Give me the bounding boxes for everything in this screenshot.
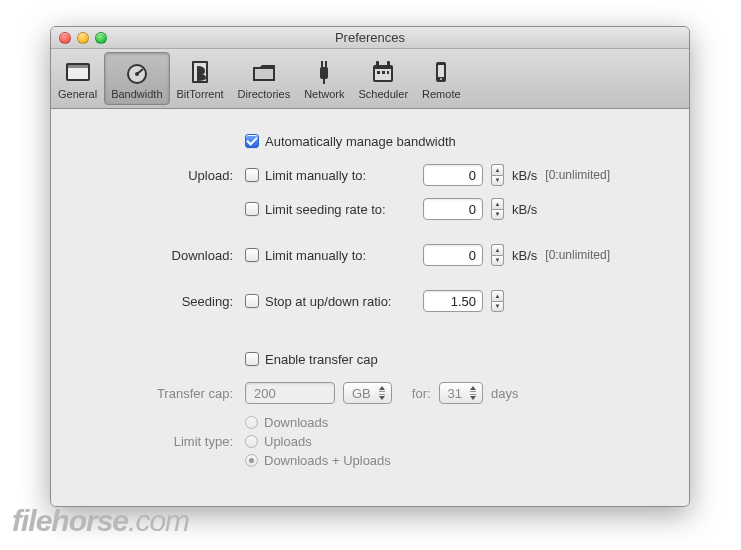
- watermark: filehorse.com: [12, 504, 189, 538]
- cap-days-select[interactable]: 31: [439, 382, 483, 404]
- calendar-icon: [369, 59, 397, 84]
- tab-bandwidth[interactable]: Bandwidth: [104, 52, 169, 105]
- cap-unit-select[interactable]: GB: [343, 382, 392, 404]
- tab-directories[interactable]: Directories: [231, 52, 298, 105]
- svg-rect-11: [321, 61, 323, 68]
- cap-for-label: for:: [412, 386, 431, 401]
- enable-cap-checkbox[interactable]: Enable transfer cap: [245, 352, 378, 367]
- seeding-ratio-input[interactable]: [423, 290, 483, 312]
- svg-rect-15: [375, 69, 391, 80]
- cap-section-label: Transfer cap:: [75, 386, 245, 401]
- upload-seed-input[interactable]: [423, 198, 483, 220]
- upload-section-label: Upload:: [75, 168, 245, 183]
- titlebar: Preferences: [51, 27, 689, 49]
- upload-seed-checkbox[interactable]: Limit seeding rate to:: [245, 202, 415, 217]
- tab-remote[interactable]: Remote: [415, 52, 468, 105]
- seeding-stop-checkbox[interactable]: Stop at up/down ratio:: [245, 294, 415, 309]
- general-icon: [64, 59, 92, 84]
- gauge-icon: [123, 59, 151, 84]
- upload-limit-stepper[interactable]: ▲▼: [491, 164, 504, 186]
- window-title: Preferences: [51, 30, 689, 45]
- unlimited-hint: [0:unlimited]: [545, 168, 610, 182]
- download-limit-checkbox[interactable]: Limit manually to:: [245, 248, 415, 263]
- upload-limit-checkbox[interactable]: Limit manually to:: [245, 168, 415, 183]
- tab-network[interactable]: Network: [297, 52, 351, 105]
- unit-label: kB/s: [512, 168, 537, 183]
- download-limit-stepper[interactable]: ▲▼: [491, 244, 504, 266]
- svg-rect-16: [376, 61, 379, 67]
- download-section-label: Download:: [75, 248, 245, 263]
- preferences-toolbar: General Bandwidth BitTorrent Directories…: [51, 49, 689, 109]
- seeding-section-label: Seeding:: [75, 294, 245, 309]
- upload-seed-stepper[interactable]: ▲▼: [491, 198, 504, 220]
- unit-label: kB/s: [512, 202, 537, 217]
- svg-rect-13: [323, 79, 325, 84]
- cap-days-label: days: [491, 386, 518, 401]
- bandwidth-pane: Automatically manage bandwidth Upload: L…: [51, 109, 689, 506]
- folder-icon: [250, 59, 278, 84]
- svg-point-6: [135, 72, 139, 76]
- upload-limit-input[interactable]: [423, 164, 483, 186]
- plug-icon: [310, 59, 338, 84]
- unlimited-hint: [0:unlimited]: [545, 248, 610, 262]
- bittorrent-icon: [186, 59, 214, 84]
- phone-icon: [427, 59, 455, 84]
- unit-label: kB/s: [512, 248, 537, 263]
- auto-manage-checkbox[interactable]: Automatically manage bandwidth: [245, 134, 456, 149]
- svg-rect-2: [68, 65, 88, 68]
- svg-rect-9: [255, 69, 273, 79]
- limit-type-uploads-radio[interactable]: Uploads: [245, 434, 312, 449]
- cap-value-input[interactable]: [245, 382, 335, 404]
- window-minimize-button[interactable]: [77, 32, 89, 44]
- download-limit-input[interactable]: [423, 244, 483, 266]
- svg-rect-17: [387, 61, 390, 67]
- limit-type-label: Limit type:: [75, 434, 245, 449]
- window-close-button[interactable]: [59, 32, 71, 44]
- svg-rect-19: [382, 71, 385, 74]
- svg-rect-22: [438, 65, 444, 77]
- window-zoom-button[interactable]: [95, 32, 107, 44]
- svg-rect-12: [325, 61, 327, 68]
- seeding-ratio-stepper[interactable]: ▲▼: [491, 290, 504, 312]
- svg-rect-10: [320, 67, 328, 79]
- limit-type-both-radio[interactable]: Downloads + Uploads: [245, 453, 391, 468]
- tab-scheduler[interactable]: Scheduler: [352, 52, 416, 105]
- svg-point-23: [440, 78, 442, 80]
- svg-rect-18: [377, 71, 380, 74]
- tab-bittorrent[interactable]: BitTorrent: [170, 52, 231, 105]
- tab-general[interactable]: General: [51, 52, 104, 105]
- preferences-window: Preferences General Bandwidth BitTorrent…: [50, 26, 690, 507]
- svg-rect-20: [387, 71, 389, 74]
- limit-type-downloads-radio[interactable]: Downloads: [245, 415, 328, 430]
